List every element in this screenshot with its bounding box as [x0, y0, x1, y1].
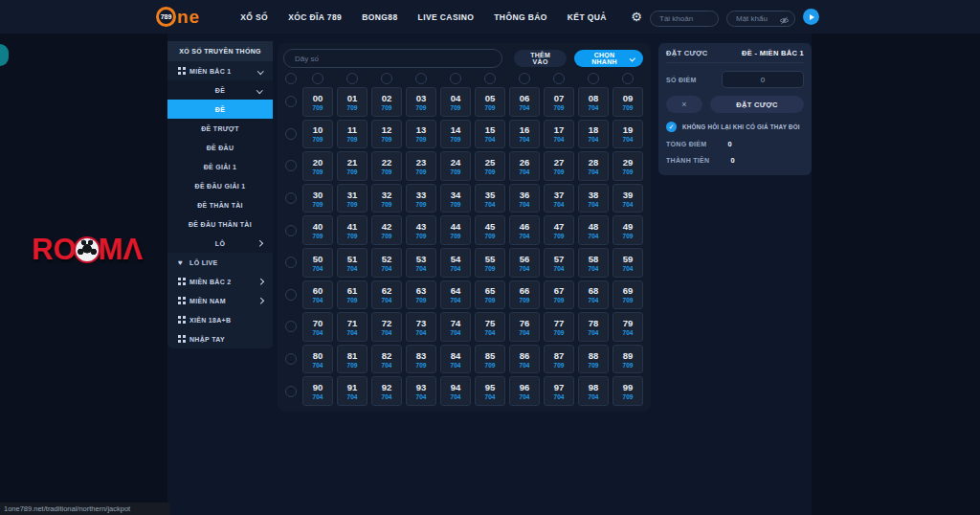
number-cell-68[interactable]: 68704 [578, 280, 609, 310]
site-logo[interactable]: 789 ne [156, 7, 200, 28]
number-cell-98[interactable]: 98704 [578, 376, 609, 406]
select-all-circle[interactable] [285, 73, 297, 84]
sidebar-item-3[interactable]: ĐỀ TRƯỢT [167, 119, 273, 138]
login-button[interactable] [803, 9, 819, 25]
sidebar-item-13[interactable]: XIÊN 18A+B [167, 310, 273, 329]
number-cell-85[interactable]: 85709 [475, 345, 505, 374]
nav-item-2[interactable]: BONG88 [362, 12, 397, 22]
number-cell-80[interactable]: 80704 [302, 345, 333, 374]
number-cell-10[interactable]: 10709 [302, 120, 333, 149]
number-cell-04[interactable]: 04709 [440, 87, 471, 117]
number-cell-60[interactable]: 60704 [302, 280, 333, 310]
number-cell-07[interactable]: 07709 [544, 87, 574, 117]
number-cell-96[interactable]: 96704 [509, 376, 540, 406]
settings-gear-icon[interactable]: ⚙ [631, 11, 642, 23]
number-cell-53[interactable]: 53704 [406, 248, 436, 278]
sidebar-item-9[interactable]: LÔ [167, 234, 273, 253]
number-cell-91[interactable]: 91704 [337, 376, 368, 406]
number-cell-72[interactable]: 72704 [371, 312, 402, 342]
number-cell-62[interactable]: 62704 [371, 280, 402, 310]
number-cell-42[interactable]: 42709 [371, 215, 402, 245]
row-selector-circle[interactable] [285, 353, 297, 365]
number-cell-70[interactable]: 70704 [302, 312, 333, 342]
column-selector-circle[interactable] [553, 73, 565, 84]
number-cell-48[interactable]: 48704 [578, 215, 609, 245]
place-bet-button[interactable]: ĐẶT CƯỢC [710, 96, 804, 113]
number-cell-73[interactable]: 73704 [406, 312, 436, 342]
number-cell-17[interactable]: 17704 [544, 120, 574, 149]
number-cell-28[interactable]: 28704 [578, 151, 609, 181]
number-cell-13[interactable]: 13709 [406, 120, 436, 149]
sidebar-item-7[interactable]: ĐỀ THẦN TÀI [167, 195, 273, 214]
row-selector-circle[interactable] [285, 96, 297, 107]
number-cell-16[interactable]: 16704 [509, 120, 540, 149]
sidebar-item-5[interactable]: ĐỀ GIẢI 1 [167, 157, 273, 176]
row-selector-circle[interactable] [285, 257, 297, 268]
number-cell-83[interactable]: 83709 [406, 345, 436, 374]
no-confirm-checkbox[interactable]: ✓ [666, 122, 677, 132]
number-cell-97[interactable]: 97704 [544, 376, 574, 406]
number-cell-30[interactable]: 30709 [302, 184, 333, 213]
number-cell-77[interactable]: 77709 [544, 312, 574, 342]
nav-item-0[interactable]: XỔ SỐ [240, 12, 268, 22]
number-cell-51[interactable]: 51704 [337, 248, 368, 278]
row-selector-circle[interactable] [285, 128, 297, 140]
row-selector-circle[interactable] [285, 160, 297, 171]
nav-item-1[interactable]: XÓC ĐĨA 789 [288, 12, 342, 22]
number-cell-75[interactable]: 75704 [475, 312, 505, 342]
number-cell-01[interactable]: 01709 [337, 87, 368, 117]
number-cell-59[interactable]: 59704 [612, 248, 643, 278]
number-cell-11[interactable]: 11709 [337, 120, 368, 149]
number-cell-89[interactable]: 89709 [612, 345, 643, 374]
column-selector-circle[interactable] [346, 73, 358, 84]
points-input[interactable] [722, 71, 804, 88]
number-cell-49[interactable]: 49709 [612, 215, 643, 245]
nav-item-5[interactable]: KẾT QUẢ [568, 12, 607, 22]
number-cell-57[interactable]: 57704 [544, 248, 574, 278]
number-cell-65[interactable]: 65709 [475, 280, 505, 310]
number-cell-63[interactable]: 63709 [406, 280, 436, 310]
number-cell-19[interactable]: 19704 [612, 120, 643, 149]
number-cell-88[interactable]: 88709 [578, 345, 609, 374]
number-cell-84[interactable]: 84704 [440, 345, 471, 374]
number-cell-21[interactable]: 21709 [337, 151, 368, 181]
number-cell-78[interactable]: 78704 [578, 312, 609, 342]
number-cell-41[interactable]: 41709 [337, 215, 368, 245]
number-cell-39[interactable]: 39704 [612, 184, 643, 213]
number-cell-82[interactable]: 82704 [371, 345, 402, 374]
number-cell-38[interactable]: 38704 [578, 184, 609, 213]
number-cell-12[interactable]: 12709 [371, 120, 402, 149]
number-cell-32[interactable]: 32709 [371, 184, 402, 213]
number-cell-27[interactable]: 27709 [544, 151, 574, 181]
number-cell-25[interactable]: 25709 [475, 151, 505, 181]
sidebar-item-10[interactable]: ♥LÔ LIVE [167, 253, 273, 272]
number-cell-50[interactable]: 50704 [302, 248, 333, 278]
column-selector-circle[interactable] [415, 73, 427, 84]
row-selector-circle[interactable] [285, 225, 297, 236]
number-cell-93[interactable]: 93704 [406, 376, 436, 406]
row-selector-circle[interactable] [285, 386, 297, 397]
number-cell-67[interactable]: 67709 [544, 280, 574, 310]
number-cell-35[interactable]: 35704 [475, 184, 505, 213]
number-cell-55[interactable]: 55709 [475, 248, 505, 278]
number-cell-20[interactable]: 20709 [302, 151, 333, 181]
number-cell-15[interactable]: 15704 [475, 120, 505, 149]
number-cell-09[interactable]: 09709 [612, 87, 643, 117]
number-cell-79[interactable]: 79704 [612, 312, 643, 342]
number-cell-54[interactable]: 54704 [440, 248, 471, 278]
number-cell-58[interactable]: 58704 [578, 248, 609, 278]
number-cell-44[interactable]: 44709 [440, 215, 471, 245]
account-input[interactable] [650, 11, 719, 27]
number-cell-66[interactable]: 66709 [509, 280, 540, 310]
number-cell-06[interactable]: 06704 [509, 87, 540, 117]
number-cell-18[interactable]: 18704 [578, 120, 609, 149]
number-cell-31[interactable]: 31709 [337, 184, 368, 213]
number-cell-99[interactable]: 99709 [612, 376, 643, 406]
sidebar-item-8[interactable]: ĐỀ ĐẦU THẦN TÀI [167, 214, 273, 234]
column-selector-circle[interactable] [484, 73, 496, 84]
add-button[interactable]: THÊM VÀO [514, 50, 567, 67]
number-cell-14[interactable]: 14709 [440, 120, 471, 149]
sidebar-item-2[interactable]: ĐỀ [167, 100, 273, 119]
number-sequence-input[interactable] [283, 49, 502, 68]
number-cell-23[interactable]: 23709 [406, 151, 436, 181]
